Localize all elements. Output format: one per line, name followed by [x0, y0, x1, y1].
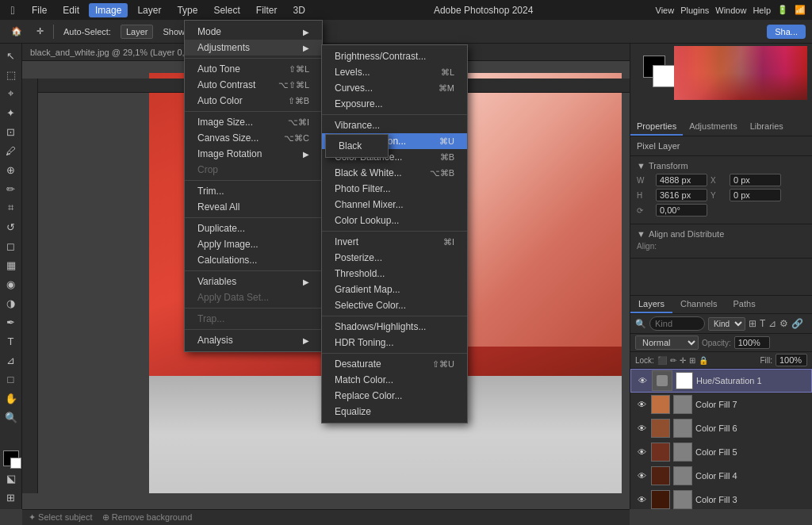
- menu-shadows-highlights[interactable]: Shadows/Highlights...: [322, 319, 467, 335]
- layers-icon-2[interactable]: T: [760, 318, 765, 329]
- menu-file[interactable]: File: [25, 3, 53, 17]
- menu-gradient-map[interactable]: Gradient Map...: [322, 282, 467, 297]
- menu-variables[interactable]: Variables ▶: [185, 274, 322, 289]
- help-menu[interactable]: Help: [753, 6, 771, 15]
- eye-icon-4[interactable]: 👁: [635, 469, 648, 482]
- rotation-black-item[interactable]: Black: [326, 138, 388, 154]
- clone-stamp-icon[interactable]: ⌗: [2, 199, 20, 217]
- eye-icon-3[interactable]: 👁: [635, 446, 648, 458]
- menu-edit[interactable]: Edit: [56, 3, 86, 17]
- path-select-icon[interactable]: ⊿: [2, 351, 20, 369]
- color-gradient-bar[interactable]: [674, 46, 807, 100]
- brush-tool-icon[interactable]: ✏: [2, 180, 20, 197]
- menu-auto-color[interactable]: Auto Color ⇧⌘B: [185, 93, 322, 109]
- menu-hdr-toning[interactable]: HDR Toning...: [322, 335, 467, 351]
- apple-menu[interactable]: : [6, 4, 19, 17]
- layer-item-2[interactable]: 👁 Color Fill 6: [630, 416, 812, 440]
- menu-channel-mixer[interactable]: Channel Mixer...: [322, 197, 467, 213]
- menu-mode[interactable]: Mode ▶: [185, 24, 322, 40]
- layer-dropdown[interactable]: Layer: [121, 25, 154, 39]
- quick-mask-icon[interactable]: ⬕: [2, 469, 20, 487]
- menu-invert[interactable]: Invert ⌘I: [322, 234, 467, 250]
- layers-icon-3[interactable]: ⊿: [768, 318, 776, 329]
- layer-item-3[interactable]: 👁 Color Fill 5: [630, 440, 812, 464]
- eye-icon-5[interactable]: 👁: [635, 493, 648, 506]
- heal-tool-icon[interactable]: ⊕: [2, 161, 20, 178]
- menu-auto-contrast[interactable]: Auto Contrast ⌥⇧⌘L: [185, 77, 322, 93]
- menu-exposure[interactable]: Exposure...: [322, 96, 467, 112]
- marquee-tool-icon[interactable]: ⬚: [2, 66, 20, 83]
- tab-properties[interactable]: Properties: [630, 118, 683, 136]
- menu-threshold[interactable]: Threshold...: [322, 266, 467, 282]
- layers-search[interactable]: [649, 316, 705, 331]
- menu-canvas-size[interactable]: Canvas Size... ⌥⌘C: [185, 130, 322, 146]
- menu-match-color[interactable]: Match Color...: [322, 372, 467, 388]
- menu-selective-color[interactable]: Selective Color...: [322, 297, 467, 313]
- fill-field[interactable]: [776, 354, 807, 366]
- layers-icon-1[interactable]: ⊞: [749, 318, 756, 329]
- menu-photo-filter[interactable]: Photo Filter...: [322, 181, 467, 197]
- tab-paths[interactable]: Paths: [726, 296, 764, 313]
- menu-posterize[interactable]: Posterize...: [322, 250, 467, 266]
- width-field[interactable]: [656, 174, 707, 186]
- layers-icon-5[interactable]: 🔗: [791, 318, 803, 329]
- layer-item-5[interactable]: 👁 Color Fill 3: [630, 488, 812, 509]
- dodge-tool-icon[interactable]: ◑: [2, 294, 20, 312]
- menu-image[interactable]: Image: [89, 3, 128, 17]
- tab-channels[interactable]: Channels: [672, 296, 725, 313]
- eyedropper-icon[interactable]: 🖊: [2, 142, 20, 159]
- pen-tool-icon[interactable]: ✒: [2, 313, 20, 331]
- tab-libraries[interactable]: Libraries: [744, 118, 790, 136]
- type-tool-icon[interactable]: T: [2, 332, 20, 350]
- blur-tool-icon[interactable]: ◉: [2, 275, 20, 293]
- magic-wand-icon[interactable]: ✦: [2, 104, 20, 121]
- move-tool-icon[interactable]: ↖: [2, 47, 20, 64]
- menu-filter[interactable]: Filter: [250, 3, 284, 17]
- menu-calculations[interactable]: Calculations...: [185, 252, 322, 268]
- menu-black-white[interactable]: Black & White... ⌥⌘B: [322, 165, 467, 181]
- crop-tool-icon[interactable]: ⊡: [2, 123, 20, 140]
- menu-auto-tone[interactable]: Auto Tone ⇧⌘L: [185, 61, 322, 77]
- menu-layer[interactable]: Layer: [131, 3, 167, 17]
- lock-move-icon[interactable]: ✛: [680, 356, 686, 365]
- height-field[interactable]: [656, 189, 707, 201]
- menu-analysis[interactable]: Analysis ▶: [185, 332, 322, 348]
- menu-desaturate[interactable]: Desaturate ⇧⌘U: [322, 356, 467, 372]
- menu-curves[interactable]: Curves... ⌘M: [322, 80, 467, 96]
- lasso-tool-icon[interactable]: ⌖: [2, 85, 20, 102]
- menu-type[interactable]: Type: [170, 3, 204, 17]
- tab-adjustments[interactable]: Adjustments: [683, 118, 744, 136]
- menu-select[interactable]: Select: [207, 3, 246, 17]
- kind-dropdown[interactable]: Kind: [708, 317, 745, 331]
- menu-vibrance[interactable]: Vibrance...: [322, 117, 467, 133]
- lock-artboard-icon[interactable]: ⊞: [689, 356, 695, 365]
- zoom-tool-icon[interactable]: 🔍: [2, 408, 20, 426]
- menu-image-size[interactable]: Image Size... ⌥⌘I: [185, 114, 322, 130]
- menu-levels[interactable]: Levels... ⌘L: [322, 64, 467, 80]
- eye-icon-1[interactable]: 👁: [635, 398, 648, 411]
- y-field[interactable]: [730, 189, 781, 201]
- lock-all-icon[interactable]: 🔒: [699, 356, 708, 365]
- eraser-tool-icon[interactable]: ◻: [2, 237, 20, 255]
- menu-reveal-all[interactable]: Reveal All: [185, 199, 322, 215]
- menu-equalize[interactable]: Equalize: [322, 404, 467, 420]
- menu-replace-color[interactable]: Replace Color...: [322, 388, 467, 404]
- menu-apply-image[interactable]: Apply Image...: [185, 236, 322, 252]
- plugins-menu[interactable]: Plugins: [680, 6, 709, 15]
- view-menu[interactable]: View: [656, 6, 675, 15]
- menu-trim[interactable]: Trim...: [185, 183, 322, 199]
- menu-duplicate[interactable]: Duplicate...: [185, 220, 322, 236]
- background-swatch[interactable]: [653, 65, 675, 87]
- hand-tool-icon[interactable]: ✋: [2, 389, 20, 407]
- layer-item-4[interactable]: 👁 Color Fill 4: [630, 464, 812, 488]
- menu-brightness[interactable]: Brightness/Contrast...: [322, 48, 467, 64]
- move-tool[interactable]: ✛: [32, 25, 48, 38]
- eye-icon-0[interactable]: 👁: [636, 374, 649, 387]
- opacity-field[interactable]: [734, 336, 770, 349]
- share-button[interactable]: Sha...: [767, 25, 806, 39]
- home-btn[interactable]: 🏠: [6, 25, 27, 38]
- layer-item-1[interactable]: 👁 Color Fill 7: [630, 393, 812, 416]
- gradient-tool-icon[interactable]: ▦: [2, 256, 20, 274]
- screen-mode-icon[interactable]: ⊞: [2, 489, 20, 506]
- window-menu[interactable]: Window: [715, 6, 746, 15]
